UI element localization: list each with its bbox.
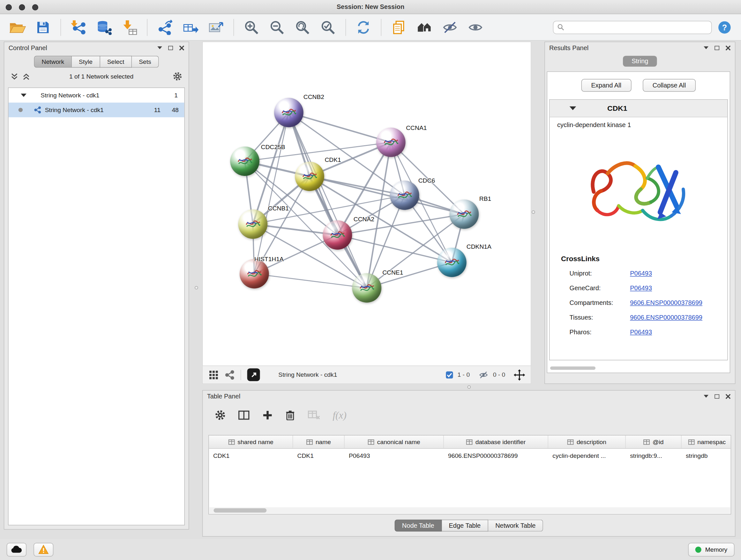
zoom-out-button[interactable] [265,16,289,38]
right-splitter-handle[interactable] [532,210,535,213]
collapse-tree-icon[interactable] [23,72,30,80]
left-splitter-handle[interactable] [195,286,198,289]
import-network-database-button[interactable] [92,16,116,38]
selected-checkbox-icon[interactable] [446,371,454,379]
bottom-splitter-handle[interactable] [468,385,471,388]
table-settings-gear-icon[interactable] [215,410,226,421]
maximize-panel-icon[interactable] [715,46,719,50]
add-column-icon[interactable] [262,410,273,421]
copy-button[interactable] [387,16,411,38]
tab-edge-table[interactable]: Edge Table [442,520,488,532]
open-in-new-window-button[interactable] [247,368,260,381]
network-edge[interactable] [254,112,289,273]
network-node-cdk1[interactable] [295,162,324,191]
fx-function-button[interactable]: f(x) [333,409,347,421]
network-edge[interactable] [254,273,367,288]
tree-caret-icon[interactable] [21,94,26,97]
network-node-ccnb2[interactable] [274,98,304,127]
memory-button[interactable]: Memory [688,543,734,556]
close-panel-icon[interactable] [725,45,731,50]
network-canvas[interactable]: CCNB2CCNA1CDC25BCDK1CDC6RB1CCNB1CCNA2CDK… [203,42,531,366]
tab-node-table[interactable]: Node Table [394,520,442,532]
close-window-button[interactable] [6,4,12,10]
grid-view-icon[interactable] [208,369,219,380]
network-node-cdc25b[interactable] [230,146,259,176]
close-panel-icon[interactable] [179,45,184,50]
zoom-in-button[interactable] [240,16,263,38]
pan-crosshair-icon[interactable] [514,369,525,381]
network-collection-row[interactable]: String Network - cdk1 1 [9,88,185,103]
network-node-cdkn1a[interactable] [437,248,467,277]
tab-sets[interactable]: Sets [132,56,158,68]
crosslink-value-link[interactable]: P06493 [630,285,652,292]
column-header-database-identifier[interactable]: database identifier [444,435,548,448]
network-row-selected[interactable]: String Network - cdk1 11 48 [9,103,185,117]
maximize-panel-icon[interactable] [715,394,719,398]
save-session-button[interactable] [31,16,55,38]
export-image-button[interactable] [204,16,228,38]
zoom-window-button[interactable] [32,4,38,10]
minimize-window-button[interactable] [19,4,25,10]
export-network-button[interactable] [153,16,177,38]
open-session-button[interactable] [6,16,29,38]
zoom-selected-button[interactable] [316,16,340,38]
import-network-file-button[interactable] [67,16,90,38]
column-header-description[interactable]: description [548,435,626,448]
table-row[interactable]: CDK1CDK1P064939606.ENSP00000378699cyclin… [209,449,731,462]
crosslink-value-link[interactable]: P06493 [630,270,652,277]
column-header-name[interactable]: name [293,435,344,448]
results-tab-string[interactable]: String [623,56,657,67]
export-table-button[interactable] [179,16,202,38]
network-edge[interactable] [337,235,452,262]
column-header-shared-name[interactable]: shared name [209,435,293,448]
network-node-ccne1[interactable] [352,273,381,303]
table-hscrollbar[interactable] [209,507,730,513]
help-button[interactable]: ? [714,16,735,38]
network-node-rb1[interactable] [449,199,479,229]
section-caret-icon[interactable] [569,106,576,110]
show-all-button[interactable] [464,16,487,38]
expand-tree-icon[interactable] [11,72,18,80]
share-view-icon[interactable] [225,370,234,380]
crosslink-value-link[interactable]: 9606.ENSP00000378699 [630,299,702,306]
gene-section-header[interactable]: CDK1 [549,100,727,117]
network-node-ccna2[interactable] [323,220,352,250]
results-hscroll-thumb[interactable] [550,367,596,370]
float-panel-icon[interactable] [704,395,709,398]
tab-network-table[interactable]: Network Table [488,520,543,532]
network-edge[interactable] [289,112,367,288]
close-panel-icon[interactable] [725,394,731,399]
gear-icon[interactable] [173,72,182,81]
table-hscroll-thumb[interactable] [213,508,266,512]
tab-network[interactable]: Network [34,56,72,68]
network-node-ccna1[interactable] [376,128,406,157]
hide-selected-button[interactable] [438,16,462,38]
maximize-panel-icon[interactable] [168,46,173,50]
column-header--id[interactable]: @id [626,435,682,448]
network-node-cdc6[interactable] [390,181,419,210]
float-panel-icon[interactable] [704,46,709,49]
tab-select[interactable]: Select [100,56,132,68]
network-node-ccnb1[interactable] [238,209,267,239]
columns-icon[interactable] [238,411,250,420]
hidden-eye-slash-icon[interactable] [478,370,489,379]
warnings-button[interactable] [33,543,53,556]
delete-table-icon[interactable] [308,411,320,420]
float-panel-icon[interactable] [157,46,162,49]
network-node-hist1h1a[interactable] [240,259,269,289]
crosslink-value-link[interactable]: P06493 [630,328,652,335]
zoom-fit-button[interactable] [291,16,314,38]
expand-all-button[interactable]: Expand All [581,79,631,91]
network-edge[interactable] [289,112,391,142]
column-header-namespac[interactable]: namespac [682,435,731,448]
column-header-canonical-name[interactable]: canonical name [345,435,444,448]
refresh-button[interactable] [352,16,375,38]
cloud-button[interactable] [7,543,26,556]
import-table-button[interactable] [118,16,141,38]
search-input[interactable] [567,23,708,30]
houses-button[interactable] [413,16,436,38]
crosslink-value-link[interactable]: 9606.ENSP00000378699 [630,314,702,321]
tab-style[interactable]: Style [72,56,100,68]
collapse-all-button[interactable]: Collapse All [643,79,696,91]
trash-icon[interactable] [286,410,295,421]
